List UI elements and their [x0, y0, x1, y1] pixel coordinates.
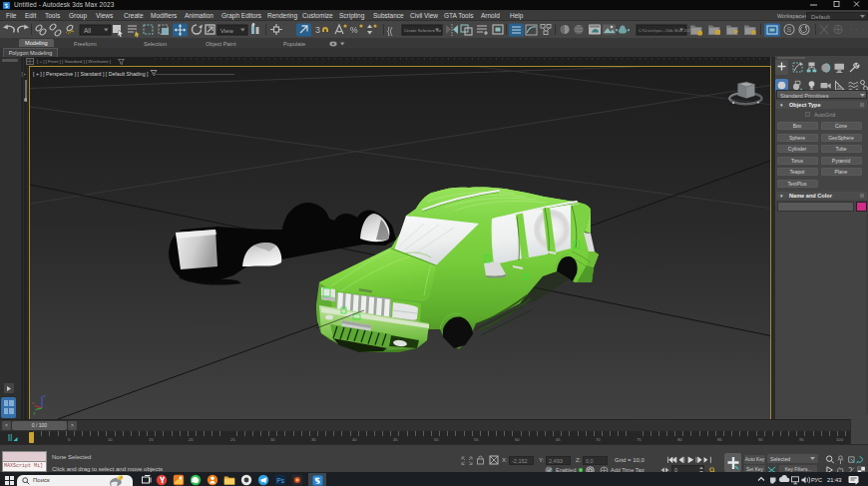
svg-text:3: 3 — [315, 25, 320, 35]
svg-text:x: x — [32, 400, 34, 405]
svg-text:z: z — [44, 393, 46, 398]
svg-text:y: y — [34, 410, 36, 415]
svg-text:%: % — [350, 25, 358, 35]
svg-text:S: S — [787, 26, 792, 33]
svg-text:View: View — [220, 28, 234, 34]
svg-text:All: All — [84, 27, 92, 34]
svg-text:Ps: Ps — [276, 477, 284, 484]
svg-text:{(: {( — [387, 26, 393, 36]
svg-text:C:\Users\pro...\3ds Max 202: C:\Users\pro...\3ds Max 202 — [639, 28, 691, 33]
